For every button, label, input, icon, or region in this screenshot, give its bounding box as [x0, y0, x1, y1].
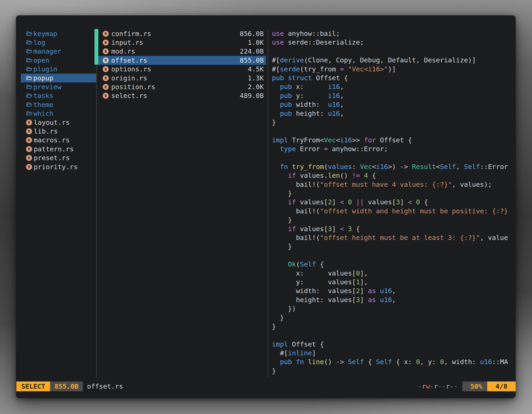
code-line: pub fn line() -> Self { Self { x: 0, y: … — [272, 357, 515, 366]
sidebar-item-keymap[interactable]: keymap — [21, 29, 96, 38]
sidebar-item-theme[interactable]: theme — [21, 100, 96, 109]
sidebar-item-log[interactable]: log — [21, 38, 96, 47]
code-line: x: values[0], — [272, 269, 515, 278]
file-row-input-rs[interactable]: input.rs1.0K — [98, 38, 266, 47]
code-line: pub height: u16, — [272, 109, 515, 118]
current-directory-panel: confirm.rs856.0B input.rs1.0K mod.rs224.… — [98, 29, 266, 100]
code-line: bail!("offset must have 4 values: {:?}",… — [272, 180, 515, 189]
sidebar-item-label: theme — [33, 101, 53, 109]
sidebar-item-preset-rs[interactable]: preset.rs — [21, 154, 96, 162]
code-line: }) — [272, 304, 515, 313]
code-line: if values[2] < 0 || values[3] < 0 { — [272, 198, 515, 207]
sidebar-item-lib-rs[interactable]: lib.rs — [21, 127, 96, 136]
file-row-position-rs[interactable]: position.rs2.0K — [98, 82, 266, 91]
preview-panel[interactable]: use anyhow::bail;use serde::Deserialize;… — [272, 29, 515, 380]
code-line: } — [272, 313, 515, 322]
code-line: #[serde(try_from = "Vec<i16>")] — [272, 65, 515, 74]
sidebar-item-priority-rs[interactable]: priority.rs — [21, 163, 96, 171]
code-line: pub x: i16, — [272, 82, 515, 91]
status-bar: SELECT 855.0B offset.rs -rw-r--r-- 50% 4… — [16, 382, 516, 391]
panel-separator-left — [96, 30, 97, 377]
marked-files-bar — [95, 29, 98, 65]
file-row-offset-rs-selected[interactable]: offset.rs855.0B — [98, 56, 266, 65]
sidebar-item-manager[interactable]: manager — [21, 47, 96, 56]
yazi-window: keymap log manager open plugin popup pre… — [16, 15, 516, 398]
sidebar-item-label: which — [33, 110, 53, 117]
code-line: Ok(Self { — [272, 260, 515, 269]
file-size: 856.0B — [240, 30, 264, 38]
code-line: } — [272, 216, 515, 224]
file-name: confirm.rs — [111, 30, 151, 38]
rust-file-icon — [103, 66, 109, 72]
sidebar-item-label: popup — [33, 74, 53, 82]
rust-file-icon — [103, 84, 109, 90]
folder-open-icon — [26, 66, 32, 72]
folder-open-icon — [26, 75, 32, 81]
sidebar-item-layout-rs[interactable]: layout.rs — [21, 118, 96, 127]
file-size: 2.0K — [248, 83, 264, 91]
code-line: } — [272, 189, 515, 198]
sidebar-item-plugin[interactable]: plugin — [21, 65, 96, 74]
folder-open-icon — [26, 84, 32, 90]
code-line: width: values[2] as u16, — [272, 287, 515, 295]
sidebar-item-preview[interactable]: preview — [21, 82, 96, 91]
rust-file-icon — [103, 57, 109, 63]
file-size: 224.0B — [240, 48, 264, 55]
code-line: fn try_from(values: Vec<i16>) -> Result<… — [272, 163, 515, 171]
file-row-select-rs[interactable]: select.rs489.0B — [98, 91, 266, 100]
file-size: 1.3K — [248, 74, 264, 82]
file-row-options-rs[interactable]: options.rs4.5K — [98, 65, 266, 74]
sidebar-item-pattern-rs[interactable]: pattern.rs — [21, 144, 96, 154]
file-row-origin-rs[interactable]: origin.rs1.3K — [98, 74, 266, 82]
folder-open-icon — [26, 31, 32, 37]
sidebar-item-label: keymap — [33, 30, 57, 38]
code-line — [272, 154, 515, 162]
file-name: mod.rs — [111, 48, 135, 55]
panel-separator-right — [268, 30, 268, 377]
rust-file-icon — [103, 31, 109, 37]
sidebar-item-label: lib.rs — [34, 127, 58, 135]
file-row-mod-rs[interactable]: mod.rs224.0B — [98, 47, 266, 56]
rust-file-icon — [26, 137, 32, 143]
permissions-text: -rw-r--r-- — [418, 382, 458, 391]
rust-file-icon — [26, 146, 32, 152]
code-line: impl Offset { — [272, 340, 515, 349]
sidebar-item-label: layout.rs — [34, 119, 70, 126]
parent-directory-panel: keymap log manager open plugin popup pre… — [21, 29, 96, 171]
sidebar-item-label: pattern.rs — [34, 145, 74, 153]
code-line — [272, 127, 515, 136]
file-size: 4.5K — [248, 65, 264, 73]
code-line: bail!("offset height must be at least 3:… — [272, 233, 515, 242]
code-line: pub y: i16, — [272, 91, 515, 100]
sidebar-item-which[interactable]: which — [21, 109, 96, 118]
file-row-confirm-rs[interactable]: confirm.rs856.0B — [98, 29, 266, 38]
sidebar-item-label: tasks — [33, 92, 53, 100]
folder-open-icon — [26, 93, 32, 99]
code-line: type Error = anyhow::Error; — [272, 144, 515, 154]
file-size: 1.0K — [248, 39, 264, 47]
file-name: options.rs — [111, 65, 151, 73]
file-size: 855.0B — [240, 57, 264, 64]
status-spacer — [123, 382, 418, 391]
sidebar-item-macros-rs[interactable]: macros.rs — [21, 136, 96, 144]
code-line — [272, 251, 515, 260]
sidebar-item-label: priority.rs — [34, 163, 78, 171]
sidebar-item-tasks[interactable]: tasks — [21, 91, 96, 100]
code-line: if values[3] < 3 { — [272, 225, 515, 233]
rust-file-icon — [26, 164, 32, 170]
sidebar-item-label: preview — [33, 83, 61, 91]
file-size: 489.0B — [240, 92, 264, 100]
rust-file-icon — [26, 155, 32, 161]
sidebar-item-popup-selected[interactable]: popup — [21, 74, 96, 82]
code-line: } — [272, 366, 515, 375]
mode-badge: SELECT — [16, 382, 50, 391]
code-line: } — [272, 118, 515, 127]
code-line: pub struct Offset { — [272, 74, 515, 82]
code-lines: use anyhow::bail;use serde::Deserialize;… — [272, 29, 515, 375]
file-name: select.rs — [111, 92, 147, 100]
code-line: } — [272, 322, 515, 331]
code-line: } — [272, 242, 515, 251]
sidebar-item-open[interactable]: open — [21, 56, 96, 65]
folder-open-icon — [26, 48, 32, 54]
sidebar-item-label: plugin — [33, 65, 57, 73]
